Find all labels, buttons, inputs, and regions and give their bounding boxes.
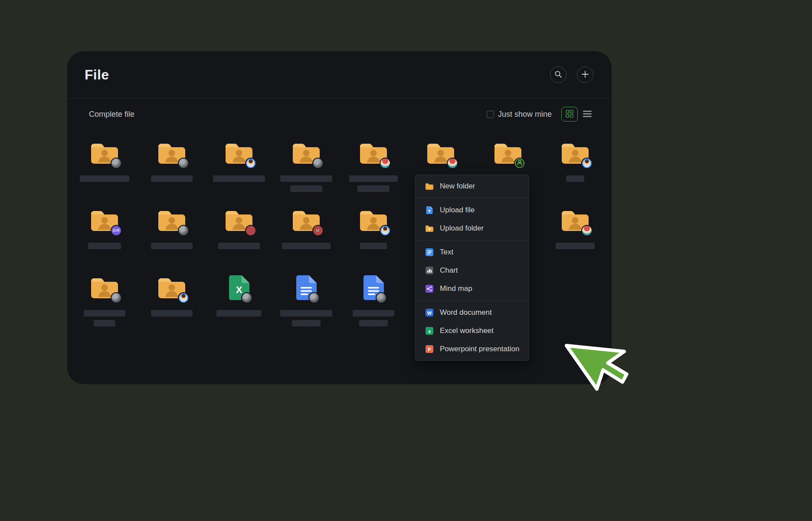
menu-item-label: Excel worksheet	[440, 326, 494, 335]
file-label	[80, 175, 129, 182]
owner-avatar-badge: 志程	[111, 225, 122, 236]
file-name-placeholder	[280, 175, 332, 182]
grid-item-folder[interactable]: 志程	[71, 204, 138, 249]
file-name-placeholder	[80, 175, 129, 182]
menu-item-upload-file[interactable]: Upload file	[416, 201, 529, 219]
powerpoint-icon: P	[425, 345, 434, 353]
owner-avatar-badge	[111, 158, 122, 169]
file-label	[151, 310, 193, 317]
menu-item-word-document[interactable]: W Word document	[416, 303, 529, 322]
add-button[interactable]	[577, 66, 593, 83]
grid-item-folder[interactable]	[138, 136, 205, 182]
file-name-placeholder	[290, 185, 322, 192]
search-icon	[554, 70, 562, 79]
toolbar-right: Just show mine	[487, 107, 592, 122]
grid-item-folder[interactable]	[71, 136, 138, 182]
menu-item-excel-worksheet[interactable]: x Excel worksheet	[416, 322, 529, 340]
owner-avatar-badge	[581, 158, 593, 169]
file-icon-wrap: LI	[291, 207, 321, 233]
menu-item-upload-folder[interactable]: Upload folder	[416, 219, 529, 237]
file-name-placeholder	[359, 320, 388, 326]
grid-item-doc[interactable]	[272, 271, 340, 326]
list-view-button[interactable]	[583, 110, 592, 119]
file-icon-wrap	[291, 140, 321, 166]
grid-view-button[interactable]	[561, 107, 578, 122]
grid-item-excel[interactable]: X	[205, 271, 272, 317]
grid-item-folder[interactable]	[541, 136, 609, 182]
menu-item-label: Chart	[440, 266, 458, 275]
owner-avatar-badge	[380, 225, 391, 236]
grid-item-folder[interactable]	[474, 136, 541, 175]
file-icon-wrap	[560, 140, 590, 166]
grid-item-folder[interactable]	[138, 204, 205, 249]
just-show-mine-label: Just show mine	[498, 110, 552, 119]
menu-item-label: Word document	[440, 308, 492, 317]
grid-item-folder[interactable]	[205, 136, 272, 182]
file-name-placeholder	[360, 243, 387, 249]
window-header: File	[67, 51, 612, 99]
shared-users-icon	[517, 159, 523, 167]
grid-item-folder[interactable]	[407, 136, 474, 175]
file-label	[218, 243, 260, 249]
svg-text:P: P	[428, 347, 431, 352]
file-icon-wrap	[157, 140, 187, 166]
file-label	[216, 310, 262, 317]
file-name-placeholder	[151, 243, 193, 249]
svg-text:X: X	[236, 284, 242, 295]
owner-avatar-badge	[245, 158, 256, 169]
file-label	[360, 243, 387, 249]
menu-item-label: New folder	[440, 182, 475, 191]
menu-divider	[416, 300, 529, 301]
menu-item-label: Upload file	[440, 206, 475, 214]
menu-divider	[416, 240, 529, 241]
file-label	[151, 175, 193, 182]
file-name-placeholder	[216, 310, 262, 317]
menu-item-label: Upload folder	[440, 224, 484, 233]
file-label	[566, 175, 584, 182]
owner-avatar-badge	[380, 158, 391, 169]
menu-item-powerpoint-presentation[interactable]: P Powerpoint presentation	[416, 340, 529, 358]
file-label	[88, 243, 121, 249]
upload-file-icon	[425, 206, 434, 214]
new-folder-icon	[425, 182, 434, 191]
menu-item-chart[interactable]: Chart	[416, 261, 529, 280]
search-button[interactable]	[550, 66, 566, 83]
grid-item-folder[interactable]	[272, 136, 340, 192]
owner-avatar-badge: LI	[312, 225, 324, 236]
file-icon-wrap	[157, 207, 187, 233]
file-name-placeholder	[88, 243, 121, 249]
grid-item-folder[interactable]	[541, 204, 609, 249]
grid-item-folder[interactable]: LI	[272, 204, 340, 249]
word-icon: W	[425, 308, 434, 317]
file-label	[213, 175, 265, 182]
menu-item-mind-map[interactable]: Mind map	[416, 280, 529, 298]
just-show-mine-checkbox[interactable]	[487, 111, 494, 118]
grid-item-folder[interactable]	[340, 204, 407, 249]
file-label	[151, 243, 193, 249]
menu-item-text[interactable]: Text	[416, 243, 529, 261]
file-icon-wrap	[89, 274, 120, 300]
file-label	[353, 310, 394, 326]
owner-avatar-badge	[178, 225, 189, 236]
file-icon-wrap	[426, 140, 456, 166]
file-icon-wrap	[362, 274, 385, 300]
grid-item-doc[interactable]	[340, 271, 407, 326]
grid-item-folder[interactable]	[340, 136, 407, 192]
menu-item-new-folder[interactable]: New folder	[416, 177, 529, 195]
menu-item-label: Text	[440, 248, 453, 257]
grid-item-folder[interactable]	[138, 271, 205, 317]
owner-avatar-badge	[241, 292, 252, 303]
text-icon	[425, 248, 434, 257]
svg-text:W: W	[427, 310, 432, 316]
file-icon-wrap: 志程	[89, 207, 120, 233]
file-icon-wrap	[358, 207, 389, 233]
avatar-initials: 志程	[113, 229, 120, 232]
owner-avatar-badge	[178, 292, 189, 303]
grid-item-folder[interactable]	[205, 204, 272, 249]
plus-icon	[581, 70, 589, 79]
grid-item-folder[interactable]	[71, 271, 138, 326]
file-icon-wrap: X	[228, 274, 250, 300]
section-label: Complete file	[89, 110, 134, 119]
toolbar: Complete file Just show mine	[67, 99, 612, 130]
list-view-icon	[583, 110, 592, 119]
